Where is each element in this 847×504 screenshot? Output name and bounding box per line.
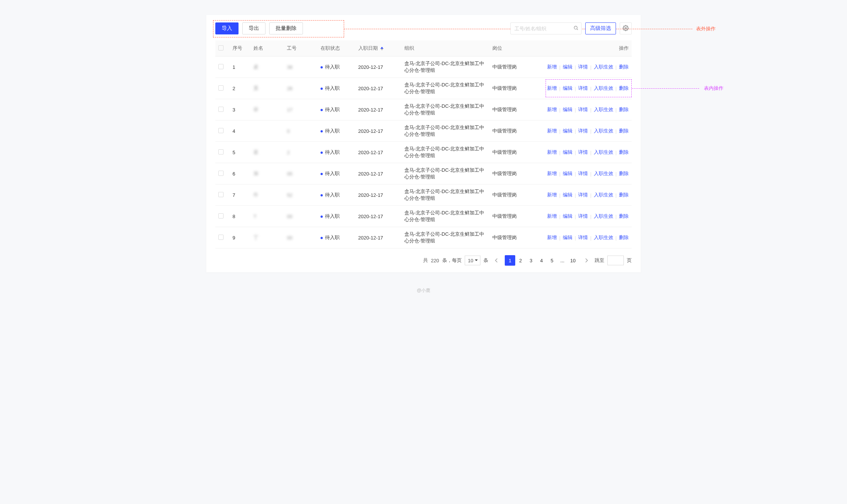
cell-date: 2020-12-17 [355, 78, 401, 99]
page-number[interactable]: 2 [515, 255, 526, 266]
table-row: 6 加 05 待入职 2020-12-17 盒马-北京子公司-DC-北京生鲜加工… [215, 163, 632, 184]
sort-icon[interactable] [380, 47, 383, 51]
cell-empid: 00 [284, 206, 317, 227]
col-header-joindate[interactable]: 入职日期 [355, 40, 401, 56]
row-action-link[interactable]: 删除 [619, 170, 629, 177]
row-actions: 新增|编辑|详情|入职生效|删除 [543, 149, 629, 156]
divider: | [590, 214, 591, 219]
page-jump-input[interactable] [607, 256, 624, 265]
row-action-link[interactable]: 入职生效 [594, 85, 613, 92]
row-action-link[interactable]: 新增 [547, 170, 557, 177]
settings-button[interactable] [620, 22, 632, 34]
row-checkbox[interactable] [218, 171, 224, 176]
row-action-link[interactable]: 删除 [619, 234, 629, 241]
select-all-checkbox[interactable] [218, 45, 224, 51]
row-action-link[interactable]: 入职生效 [594, 192, 613, 198]
row-checkbox[interactable] [218, 192, 224, 197]
row-action-link[interactable]: 入职生效 [594, 149, 613, 156]
page-next[interactable] [581, 255, 592, 266]
cell-date: 2020-12-17 [355, 184, 401, 206]
row-checkbox[interactable] [218, 213, 224, 219]
row-action-link[interactable]: 新增 [547, 106, 557, 113]
divider: | [575, 128, 576, 134]
row-action-link[interactable]: 详情 [578, 234, 588, 241]
row-action-link[interactable]: 编辑 [563, 106, 573, 113]
cell-position: 中级管理岗 [489, 163, 540, 184]
row-action-link[interactable]: 删除 [619, 213, 629, 220]
row-action-link[interactable]: 入职生效 [594, 170, 613, 177]
row-action-link[interactable]: 入职生效 [594, 128, 613, 134]
row-action-link[interactable]: 编辑 [563, 64, 573, 70]
row-action-link[interactable]: 详情 [578, 170, 588, 177]
cell-status: 待入职 [318, 184, 355, 206]
row-action-link[interactable]: 详情 [578, 64, 588, 70]
row-action-link[interactable]: 编辑 [563, 128, 573, 134]
row-actions: 新增|编辑|详情|入职生效|删除 [543, 128, 629, 134]
cell-position: 中级管理岗 [489, 206, 540, 227]
page-number[interactable]: 3 [526, 255, 536, 266]
page-number[interactable]: 10 [568, 255, 578, 266]
row-action-link[interactable]: 编辑 [563, 170, 573, 177]
row-action-link[interactable]: 编辑 [563, 85, 573, 92]
row-action-link[interactable]: 编辑 [563, 192, 573, 198]
cell-date: 2020-12-17 [355, 142, 401, 163]
row-action-link[interactable]: 删除 [619, 106, 629, 113]
page-size-select[interactable]: 10 [465, 256, 480, 265]
cell-org: 盒马-北京子公司-DC-北京生鲜加工中心分仓-管理组 [401, 56, 489, 78]
row-action-link[interactable]: 详情 [578, 149, 588, 156]
row-action-link[interactable]: 新增 [547, 128, 557, 134]
row-action-link[interactable]: 新增 [547, 85, 557, 92]
row-checkbox[interactable] [218, 107, 224, 112]
bulk-delete-button[interactable]: 批量删除 [269, 22, 303, 34]
export-button[interactable]: 导出 [242, 22, 265, 34]
row-checkbox[interactable] [218, 64, 224, 69]
cell-status: 待入职 [318, 206, 355, 227]
advanced-filter-button[interactable]: 高级筛选 [585, 22, 616, 34]
row-action-link[interactable]: 新增 [547, 64, 557, 70]
row-action-link[interactable]: 入职生效 [594, 234, 613, 241]
search-input[interactable] [510, 22, 582, 34]
import-button[interactable]: 导入 [215, 22, 239, 34]
divider: | [559, 214, 560, 219]
row-action-link[interactable]: 新增 [547, 213, 557, 220]
page-ellipsis: ... [557, 255, 568, 266]
row-action-link[interactable]: 编辑 [563, 213, 573, 220]
divider: | [575, 64, 576, 70]
row-action-link[interactable]: 删除 [619, 128, 629, 134]
divider: | [616, 192, 617, 198]
row-action-link[interactable]: 详情 [578, 213, 588, 220]
row-action-link[interactable]: 新增 [547, 234, 557, 241]
page-number[interactable]: 5 [547, 255, 557, 266]
row-action-link[interactable]: 删除 [619, 64, 629, 70]
cell-name: 巾 [251, 184, 284, 206]
row-checkbox[interactable] [218, 235, 224, 240]
cell-position: 中级管理岗 [489, 78, 540, 99]
cell-position: 中级管理岗 [489, 184, 540, 206]
page-number[interactable]: 4 [536, 255, 547, 266]
row-checkbox[interactable] [218, 128, 224, 133]
jump-suffix: 页 [627, 257, 632, 264]
row-checkbox[interactable] [218, 85, 224, 91]
page-prev[interactable] [491, 255, 502, 266]
divider: | [559, 150, 560, 155]
row-action-link[interactable]: 详情 [578, 106, 588, 113]
page-number[interactable]: 1 [505, 255, 515, 266]
row-action-link[interactable]: 入职生效 [594, 64, 613, 70]
row-action-link[interactable]: 新增 [547, 149, 557, 156]
search-icon[interactable] [573, 25, 579, 32]
row-action-link[interactable]: 详情 [578, 192, 588, 198]
row-action-link[interactable]: 编辑 [563, 234, 573, 241]
row-action-link[interactable]: 删除 [619, 85, 629, 92]
row-action-link[interactable]: 入职生效 [594, 213, 613, 220]
row-action-link[interactable]: 删除 [619, 149, 629, 156]
row-action-link[interactable]: 详情 [578, 85, 588, 92]
row-action-link[interactable]: 详情 [578, 128, 588, 134]
cell-org: 盒马-北京子公司-DC-北京生鲜加工中心分仓-管理组 [401, 163, 489, 184]
row-action-link[interactable]: 入职生效 [594, 106, 613, 113]
divider: | [559, 235, 560, 241]
cell-empid: 2 [284, 142, 317, 163]
row-action-link[interactable]: 新增 [547, 192, 557, 198]
row-action-link[interactable]: 删除 [619, 192, 629, 198]
row-checkbox[interactable] [218, 149, 224, 155]
row-action-link[interactable]: 编辑 [563, 149, 573, 156]
